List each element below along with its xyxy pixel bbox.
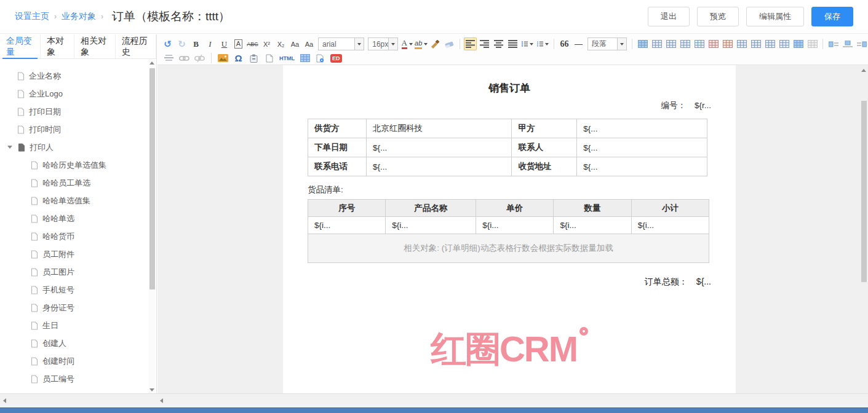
items-list-label[interactable]: 货品清单: — [308, 184, 711, 195]
font-border-button[interactable]: A — [232, 37, 245, 50]
insert-col-left-button[interactable] — [664, 37, 677, 50]
order-number-placeholder[interactable]: ${r... — [695, 101, 711, 110]
insert-row-above-button[interactable] — [650, 37, 663, 50]
tree-item-creator[interactable]: 创建人 — [0, 334, 149, 352]
merge-cells-button[interactable] — [735, 37, 748, 50]
tree-item-employee-photo[interactable]: 员工图片 — [0, 263, 149, 281]
tree-item-haha-single-valueset[interactable]: 哈哈单选值集 — [0, 192, 149, 210]
split-cells-vertical-button[interactable] — [763, 37, 776, 50]
tree-item-mobile-short-number[interactable]: 手机短号 — [0, 281, 149, 299]
scrollbar-thumb[interactable] — [861, 101, 867, 282]
align-center-button[interactable] — [492, 37, 505, 50]
tab-this-object[interactable]: 本对象 — [41, 34, 74, 58]
breadcrumb-link-settings-home[interactable]: 设置主页 — [15, 11, 49, 22]
scroll-left-icon[interactable] — [3, 398, 6, 403]
insert-dynamic-table-button[interactable] — [298, 52, 311, 65]
tree-item-print-date[interactable]: 打印日期 — [0, 103, 149, 120]
tab-process-history[interactable]: 流程历史 — [116, 34, 156, 58]
save-button[interactable]: 保存 — [811, 7, 853, 26]
insert-link-button[interactable] — [178, 52, 191, 65]
paste-button[interactable] — [247, 52, 260, 65]
order-total-line[interactable]: 订单总额：${... — [308, 277, 711, 288]
info-cell-label[interactable]: 甲方 — [512, 119, 577, 138]
tree-item-haha-single[interactable]: 哈哈单选 — [0, 210, 149, 227]
preview-button[interactable]: 预览 — [697, 7, 739, 26]
items-header-subtotal[interactable]: 小计 — [631, 200, 709, 217]
anchor-button[interactable] — [162, 52, 175, 65]
subscript-button[interactable]: X₂ — [274, 37, 287, 50]
format-painter-button[interactable] — [429, 37, 442, 50]
order-total-placeholder[interactable]: ${... — [696, 277, 711, 286]
tree-item-haha-history-single-valueset[interactable]: 哈哈历史单选值集 — [0, 156, 149, 174]
document-title[interactable]: 销售订单 — [308, 81, 711, 95]
info-cell-label[interactable]: 下单日期 — [308, 138, 367, 157]
tree-item-print-person[interactable]: 打印人 — [0, 138, 149, 156]
blockquote-button[interactable]: 66 — [558, 37, 571, 50]
insert-table-button[interactable] — [636, 37, 649, 50]
insert-field-button[interactable]: ED — [329, 52, 343, 65]
select-caret-icon[interactable] — [388, 38, 397, 50]
delete-table-button[interactable] — [806, 37, 819, 50]
underline-button[interactable]: U — [218, 37, 231, 50]
remove-link-button[interactable] — [193, 52, 206, 65]
strikethrough-button[interactable]: ABC — [246, 37, 259, 50]
align-left-button[interactable] — [464, 37, 477, 50]
scroll-up-icon[interactable] — [861, 69, 866, 72]
font-color-button[interactable]: A — [400, 37, 413, 50]
align-right-button[interactable] — [478, 37, 491, 50]
unordered-list-button[interactable] — [536, 37, 550, 50]
scroll-down-icon[interactable] — [149, 388, 154, 391]
superscript-button[interactable]: X² — [260, 37, 273, 50]
tree-item-create-time[interactable]: 创建时间 — [0, 352, 149, 370]
edit-properties-button[interactable]: 编辑属性 — [746, 7, 804, 26]
tree-item-print-time[interactable]: 打印时间 — [0, 120, 149, 138]
items-cell-placeholder[interactable]: ${i... — [386, 217, 476, 234]
scroll-left-icon[interactable] — [160, 398, 163, 403]
select-caret-icon[interactable] — [354, 38, 364, 50]
template-page[interactable]: 销售订单 编号：${r... 供货方 北京红圈科技 甲方 ${... 下单日期 … — [283, 65, 736, 393]
items-cell-placeholder[interactable]: ${i... — [308, 217, 386, 234]
delete-row-button[interactable] — [721, 37, 734, 50]
redo-button[interactable]: ↻ — [175, 37, 188, 50]
table-properties-button[interactable] — [792, 37, 805, 50]
exit-button[interactable]: 退出 — [648, 7, 690, 26]
cell-properties-button[interactable] — [778, 37, 790, 50]
split-cells-horizontal-button[interactable] — [749, 37, 762, 50]
info-cell-value[interactable]: ${... — [577, 138, 707, 157]
horizontal-rule-button[interactable]: — — [572, 37, 585, 50]
sidebar-scrollbar[interactable] — [149, 60, 156, 393]
items-cell-placeholder[interactable]: ${i... — [554, 217, 631, 234]
image-float-left-button[interactable] — [827, 37, 840, 50]
align-justify-button[interactable] — [506, 37, 519, 50]
uppercase-button[interactable]: Aa — [289, 37, 301, 50]
tree-item-company-logo[interactable]: 企业Logo — [0, 85, 149, 103]
horizontal-scrollbar-strip[interactable] — [0, 393, 868, 407]
canvas-scrollbar[interactable] — [860, 65, 868, 393]
items-header-seq[interactable]: 序号 — [308, 200, 386, 217]
info-cell-label[interactable]: 收货地址 — [512, 157, 577, 176]
tab-related-objects[interactable]: 相关对象 — [74, 34, 115, 58]
scrollbar-thumb[interactable] — [149, 68, 155, 289]
items-header-qty[interactable]: 数量 — [554, 200, 631, 217]
info-cell-value[interactable]: 北京红圈科技 — [366, 119, 512, 138]
info-cell-label[interactable]: 联系人 — [512, 138, 577, 157]
image-float-right-button[interactable] — [855, 37, 868, 50]
insert-col-right-button[interactable] — [679, 37, 691, 50]
items-header-price[interactable]: 单价 — [476, 200, 554, 217]
info-cell-value[interactable]: ${... — [577, 119, 707, 138]
order-number-line[interactable]: 编号：${r... — [308, 100, 711, 111]
info-cell-value[interactable]: ${... — [366, 138, 512, 157]
insert-row-below-button[interactable] — [693, 37, 706, 50]
info-cell-value[interactable]: ${... — [366, 157, 512, 176]
image-float-center-button[interactable] — [841, 37, 854, 50]
tree-item-id-number[interactable]: 身份证号 — [0, 299, 149, 317]
ordered-list-button[interactable] — [520, 37, 535, 50]
tree-item-haha-employee-single[interactable]: 哈哈员工单选 — [0, 174, 149, 192]
scroll-up-icon[interactable] — [149, 61, 154, 65]
tree-item-birthday[interactable]: 生日 — [0, 317, 149, 334]
tree-item-company-name[interactable]: 企业名称 — [0, 67, 149, 85]
new-document-button[interactable] — [263, 52, 276, 65]
font-family-select[interactable]: arial — [318, 37, 364, 50]
html-source-button[interactable]: HTML — [278, 52, 296, 65]
font-size-select[interactable]: 16px — [368, 37, 398, 50]
